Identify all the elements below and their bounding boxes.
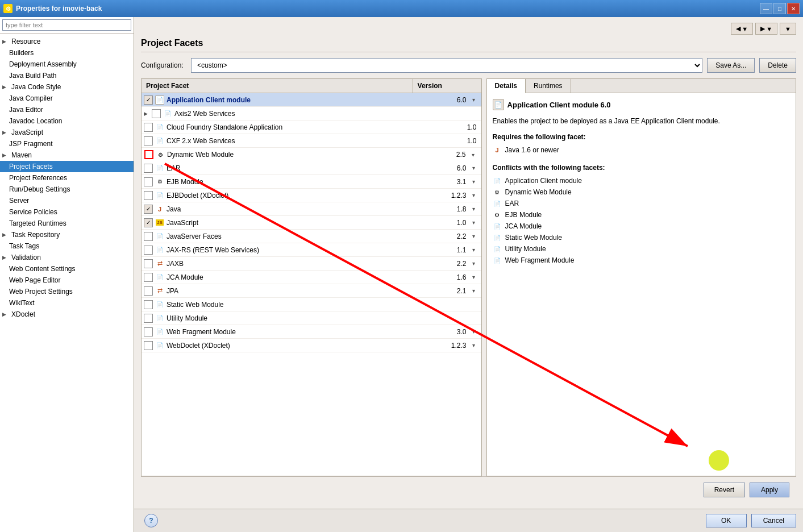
sidebar-item-web-project[interactable]: Web Project Settings: [0, 286, 134, 297]
conflict-icon-ear: 📄: [493, 199, 502, 208]
facet-version-dropdown-ejb[interactable]: ▾: [469, 178, 479, 185]
facet-row-jpa[interactable]: ⇄ JPA 2.1 ▾: [142, 284, 481, 298]
sidebar-item-java-code-style[interactable]: ▶ Java Code Style: [0, 81, 134, 93]
filter-input[interactable]: [2, 19, 131, 31]
sidebar-item-run-debug[interactable]: Run/Debug Settings: [0, 184, 134, 195]
facet-checkbox-ejbdoclet[interactable]: [144, 191, 153, 200]
facet-row-jaxb[interactable]: ⇄ JAXB 2.2 ▾: [142, 257, 481, 271]
config-select[interactable]: <custom>: [191, 58, 702, 73]
revert-button[interactable]: Revert: [704, 483, 745, 497]
sidebar-item-java-build-path[interactable]: Java Build Path: [0, 70, 134, 81]
facet-row-javascript[interactable]: JS JavaScript 1.0 ▾: [142, 216, 481, 230]
help-button[interactable]: ?: [144, 514, 158, 527]
facet-checkbox-cxf[interactable]: [144, 136, 153, 146]
facet-row-app-client[interactable]: 📄 Application Client module 6.0 ▾: [142, 93, 481, 107]
sidebar-item-targeted-runtimes[interactable]: Targeted Runtimes: [0, 218, 134, 229]
sidebar-item-project-references[interactable]: Project References: [0, 172, 134, 184]
sidebar-item-builders[interactable]: Builders: [0, 47, 134, 59]
facet-row-ejbdoclet[interactable]: 📄 EJBDoclet (XDoclet) 1.2.3 ▾: [142, 189, 481, 202]
sidebar-item-deployment-assembly[interactable]: Deployment Assembly: [0, 59, 134, 70]
facet-version-dropdown-jaxrs[interactable]: ▾: [469, 247, 479, 253]
facet-checkbox-ejb[interactable]: [144, 177, 153, 186]
facet-checkbox-utility-module[interactable]: [144, 314, 153, 323]
facet-version-dropdown-ejbdoclet[interactable]: ▾: [469, 192, 479, 198]
facet-row-jca[interactable]: 📄 JCA Module 1.6 ▾: [142, 271, 481, 284]
facet-row-java[interactable]: J Java 1.8 ▾: [142, 202, 481, 216]
facet-checkbox-web-fragment[interactable]: [144, 327, 153, 336]
facet-row-cxf[interactable]: 📄 CXF 2.x Web Services 1.0: [142, 134, 481, 148]
sidebar-item-jsp[interactable]: JSP Fragment: [0, 138, 134, 149]
tab-runtimes[interactable]: Runtimes: [526, 79, 571, 93]
facet-row-web-fragment[interactable]: 📄 Web Fragment Module 3.0 ▾: [142, 325, 481, 339]
maximize-button[interactable]: □: [773, 3, 786, 14]
sidebar-item-project-facets[interactable]: Project Facets: [0, 161, 134, 172]
facet-checkbox-jaxb[interactable]: [144, 259, 153, 268]
facet-checkbox-app-client[interactable]: [144, 95, 153, 105]
sidebar-item-resource[interactable]: ▶ Resource: [0, 36, 134, 47]
facet-version-dropdown-ear[interactable]: ▾: [469, 165, 479, 171]
facet-version-dropdown-jsf[interactable]: ▾: [469, 233, 479, 239]
sidebar-item-web-page[interactable]: Web Page Editor: [0, 275, 134, 286]
facet-checkbox-java[interactable]: [144, 205, 153, 214]
facet-checkbox-jsf[interactable]: [144, 232, 153, 241]
facet-version-dropdown-jaxb[interactable]: ▾: [469, 260, 479, 267]
forward-button[interactable]: ▶ ▼: [755, 23, 777, 35]
facet-checkbox-cloud-foundry[interactable]: [144, 123, 153, 132]
sidebar-item-java-compiler[interactable]: Java Compiler: [0, 93, 134, 104]
facet-version-dropdown-java[interactable]: ▾: [469, 206, 479, 212]
sidebar-item-validation[interactable]: ▶ Validation: [0, 252, 134, 263]
cancel-button[interactable]: Cancel: [751, 514, 796, 527]
facet-icon-ejb: ⚙: [155, 177, 164, 186]
apply-button[interactable]: Apply: [750, 483, 789, 497]
sidebar-item-maven[interactable]: ▶ Maven: [0, 149, 134, 161]
save-as-button[interactable]: Save As...: [707, 58, 755, 73]
sidebar-item-task-tags[interactable]: Task Tags: [0, 240, 134, 252]
facet-checkbox-axis2[interactable]: [152, 109, 161, 118]
sidebar-item-task-repository[interactable]: ▶ Task Repository: [0, 229, 134, 240]
sidebar-item-service-policies[interactable]: Service Policies: [0, 206, 134, 218]
facet-row-webdoclet[interactable]: 📄 WebDoclet (XDoclet) 1.2.3 ▾: [142, 339, 481, 352]
facet-row-static-web[interactable]: 📄 Static Web Module: [142, 298, 481, 311]
facet-version-dropdown-webdoclet[interactable]: ▾: [469, 342, 479, 348]
sidebar-item-server[interactable]: Server: [0, 195, 134, 206]
facet-checkbox-jpa[interactable]: [144, 286, 153, 296]
facet-row-axis2[interactable]: ▶ 📄 Axis2 Web Services: [142, 107, 481, 120]
facet-version-dropdown-jca[interactable]: ▾: [469, 274, 479, 280]
facet-checkbox-dynamic-web[interactable]: [144, 150, 153, 159]
facet-icon-cloud-foundry: 📄: [155, 123, 164, 132]
menu-button[interactable]: ▼: [780, 23, 796, 35]
facet-checkbox-javascript[interactable]: [144, 218, 153, 227]
facet-checkbox-jaxrs[interactable]: [144, 246, 153, 255]
delete-button[interactable]: Delete: [759, 58, 796, 73]
facet-row-jsf[interactable]: 📄 JavaServer Faces 2.2 ▾: [142, 230, 481, 243]
sidebar-item-javascript[interactable]: ▶ JavaScript: [0, 127, 134, 138]
revert-apply-row: Revert Apply: [141, 476, 796, 503]
minimize-button[interactable]: —: [760, 3, 772, 14]
facet-checkbox-static-web[interactable]: [144, 300, 153, 309]
facet-checkbox-webdoclet[interactable]: [144, 341, 153, 350]
sidebar-item-wikitext[interactable]: WikiText: [0, 297, 134, 309]
facet-version-dropdown-app-client[interactable]: ▾: [469, 97, 479, 103]
facet-version-dropdown-dynamic-web[interactable]: ▾: [468, 152, 479, 158]
facet-row-jaxrs[interactable]: 📄 JAX-RS (REST Web Services) 1.1 ▾: [142, 243, 481, 257]
tab-details[interactable]: Details: [487, 79, 526, 93]
facet-version-dropdown-jpa[interactable]: ▾: [469, 288, 479, 294]
facet-version-dropdown-web-fragment[interactable]: ▾: [469, 329, 479, 335]
ok-button[interactable]: OK: [706, 514, 747, 527]
facet-row-cloud-foundry[interactable]: 📄 Cloud Foundry Standalone Application 1…: [142, 120, 481, 134]
close-button[interactable]: ✕: [787, 3, 800, 14]
facet-row-ejb[interactable]: ⚙ EJB Module 3.1 ▾: [142, 175, 481, 189]
facet-checkbox-jca[interactable]: [144, 273, 153, 282]
sidebar-item-java-editor[interactable]: Java Editor: [0, 104, 134, 115]
sidebar-item-xdoclet[interactable]: ▶ XDoclet: [0, 309, 134, 320]
sidebar-item-web-content[interactable]: Web Content Settings: [0, 263, 134, 275]
facet-row-ear[interactable]: 📄 EAR 6.0 ▾: [142, 161, 481, 175]
expand-axis2[interactable]: ▶: [144, 111, 152, 117]
facet-row-utility-module[interactable]: 📄 Utility Module: [142, 311, 481, 325]
back-button[interactable]: ◀ ▼: [731, 23, 753, 35]
facet-version-dropdown-javascript[interactable]: ▾: [469, 219, 479, 226]
sidebar-label: Server: [9, 197, 29, 205]
sidebar-item-javadoc[interactable]: Javadoc Location: [0, 115, 134, 127]
facet-row-dynamic-web[interactable]: ⚙ Dynamic Web Module 2.5 ▾: [142, 148, 481, 161]
facet-checkbox-ear[interactable]: [144, 164, 153, 173]
